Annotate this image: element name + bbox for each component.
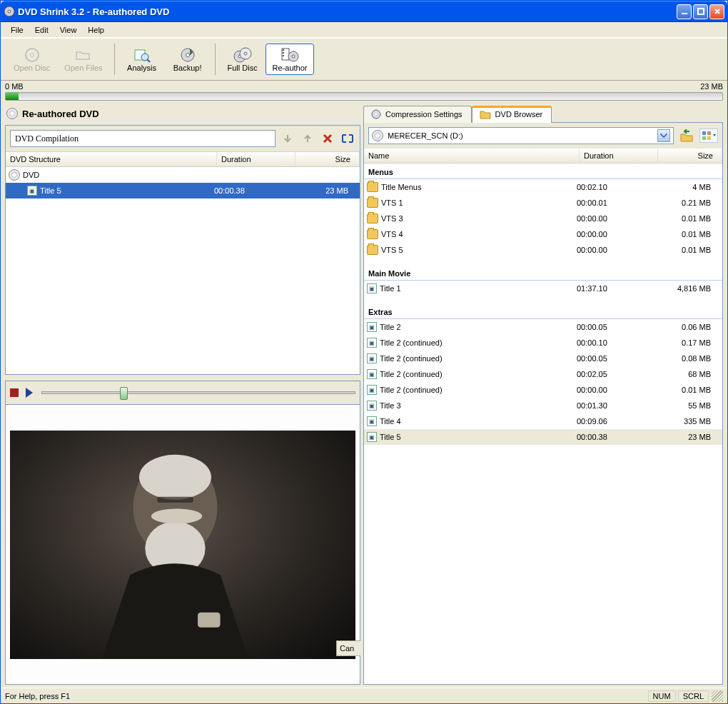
svg-point-14: [244, 52, 247, 55]
size-bar: 0 MB 23 MB: [1, 81, 727, 102]
item-duration: 00:00.38: [577, 433, 655, 441]
list-item[interactable]: ▣Title 500:00.3823 MB: [364, 429, 722, 445]
re-author-button[interactable]: Re-author: [266, 44, 315, 75]
list-item[interactable]: Title Menus00:02.104 MB: [364, 179, 722, 195]
disc-icon: [23, 46, 41, 64]
title-icon: ▣: [367, 353, 377, 363]
list-item[interactable]: ▣Title 400:09.06335 MB: [364, 413, 722, 429]
item-size: 55 MB: [655, 401, 719, 410]
slider-thumb[interactable]: [120, 387, 128, 400]
toolbar: Open Disc Open Files Analysis Backup! Fu…: [1, 38, 727, 81]
svg-line-8: [147, 59, 150, 62]
drive-select[interactable]: MERECER_SCN (D:): [368, 127, 674, 144]
move-up-button[interactable]: [300, 131, 315, 146]
maximize-button[interactable]: [693, 4, 708, 19]
analysis-button[interactable]: Analysis: [119, 44, 165, 75]
preview-controls: [5, 381, 360, 404]
full-disc-label: Full Disc: [227, 64, 257, 72]
svg-point-23: [139, 454, 211, 499]
resize-grip[interactable]: [712, 690, 723, 702]
title-icon: ▣: [367, 432, 377, 442]
move-down-button[interactable]: [280, 131, 295, 146]
list-item[interactable]: VTS 500:00.000.01 MB: [364, 242, 722, 258]
close-button[interactable]: [709, 4, 724, 19]
play-button[interactable]: [26, 388, 34, 398]
structure-root[interactable]: DVD: [6, 167, 360, 183]
tab-browser[interactable]: DVD Browser: [472, 106, 552, 123]
tab-compression-label: Compression Settings: [385, 110, 462, 119]
item-size: 4 MB: [655, 183, 719, 191]
list-item[interactable]: VTS 400:00.000.01 MB: [364, 226, 722, 242]
structure-item[interactable]: ▣Title 5 00:00.38 23 MB: [6, 183, 360, 198]
backup-button[interactable]: Backup!: [165, 44, 211, 75]
delete-button[interactable]: [320, 131, 335, 146]
list-item[interactable]: ▣Title 2 (continued)00:02.0568 MB: [364, 366, 722, 382]
hdr-size[interactable]: Size: [295, 152, 360, 166]
compile-toolbar: [6, 126, 360, 152]
menu-file[interactable]: File: [5, 24, 29, 36]
hdr-duration[interactable]: Duration: [217, 152, 295, 166]
list-item[interactable]: VTS 300:00.000.01 MB: [364, 211, 722, 226]
minimize-button[interactable]: [677, 4, 692, 19]
preview-image: [10, 431, 355, 659]
section-extras: Extras: [364, 303, 722, 319]
item-size: 68 MB: [655, 370, 719, 378]
item-size: 0.17 MB: [655, 338, 719, 347]
list-item[interactable]: ▣Title 2 (continued)00:00.050.08 MB: [364, 351, 722, 366]
view-options-button[interactable]: [699, 129, 718, 143]
disc-icon: [9, 169, 20, 181]
item-duration: 00:01.30: [577, 401, 655, 410]
stop-button[interactable]: [10, 388, 19, 397]
drive-toolbar: MERECER_SCN (D:): [364, 123, 722, 149]
svg-rect-27: [198, 612, 221, 627]
browser-header: Name Duration Size: [364, 149, 722, 164]
svg-rect-16: [283, 49, 284, 51]
menu-view[interactable]: View: [54, 24, 83, 36]
preview-slider[interactable]: [41, 386, 355, 400]
compilation-name-input[interactable]: [10, 130, 275, 147]
app-icon: [4, 6, 15, 17]
svg-rect-21: [10, 388, 19, 397]
full-disc-button[interactable]: Full Disc: [220, 44, 266, 75]
left-panel-title: Re-authored DVD: [5, 105, 360, 125]
item-duration: 00:00.05: [577, 354, 655, 363]
menu-edit[interactable]: Edit: [29, 24, 54, 36]
chevron-down-icon: [657, 129, 670, 142]
list-item[interactable]: ▣Title 2 (continued)00:00.000.01 MB: [364, 382, 722, 398]
svg-point-10: [186, 54, 189, 57]
item-duration: 00:00.38: [214, 186, 293, 195]
hdr-size[interactable]: Size: [658, 149, 722, 163]
item-name: Title 4: [380, 417, 401, 426]
open-files-button[interactable]: Open Files: [57, 44, 109, 75]
list-item[interactable]: VTS 100:00.010.21 MB: [364, 195, 722, 211]
hdr-name[interactable]: Name: [364, 149, 580, 163]
item-name: VTS 1: [381, 198, 403, 207]
list-item[interactable]: ▣Title 200:00.050.06 MB: [364, 319, 722, 335]
app-window: DVD Shrink 3.2 - Re-authored DVD File Ed…: [0, 0, 728, 704]
menu-folder-icon: [367, 198, 378, 208]
cancel-button-stub[interactable]: Can: [336, 640, 360, 656]
hdr-duration[interactable]: Duration: [580, 149, 658, 163]
trim-button[interactable]: [340, 131, 355, 146]
svg-rect-30: [702, 131, 706, 135]
item-duration: 01:37.10: [577, 284, 655, 293]
list-item[interactable]: ▣Title 300:01.3055 MB: [364, 398, 722, 413]
svg-rect-3: [698, 9, 704, 14]
size-track: [5, 92, 723, 101]
list-item[interactable]: ▣Title 101:37.104,816 MB: [364, 281, 722, 296]
folder-open-icon: [74, 46, 93, 64]
item-size: 23 MB: [293, 186, 357, 195]
item-duration: 00:02.10: [577, 183, 655, 191]
open-disc-button[interactable]: Open Disc: [6, 44, 57, 75]
disc-icon: [6, 108, 18, 119]
backup-label: Backup!: [173, 64, 202, 72]
svg-rect-17: [283, 52, 284, 54]
hdr-structure[interactable]: DVD Structure: [6, 152, 217, 166]
analysis-label: Analysis: [127, 64, 156, 72]
menu-folder-icon: [367, 182, 378, 192]
menu-help[interactable]: Help: [82, 24, 110, 36]
tab-compression[interactable]: Compression Settings: [363, 106, 472, 123]
list-item[interactable]: ▣Title 2 (continued)00:00.100.17 MB: [364, 335, 722, 351]
open-disc-label: Open Disc: [14, 64, 50, 72]
up-folder-button[interactable]: [679, 129, 694, 142]
